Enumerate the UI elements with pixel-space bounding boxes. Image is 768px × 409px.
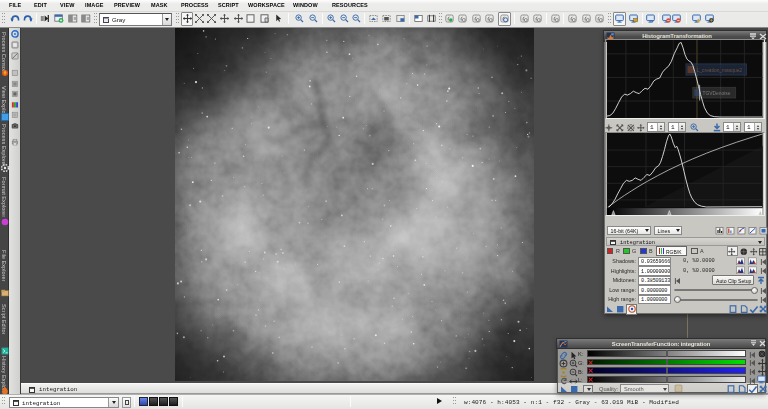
svg-text:Script Editor: Script Editor bbox=[1, 304, 7, 335]
svg-text:File Explorer: File Explorer bbox=[1, 250, 7, 282]
svg-text:Format Explorer: Format Explorer bbox=[1, 177, 7, 217]
svg-text:Process Console: Process Console bbox=[1, 32, 7, 74]
svg-text:L_creation_masque2: L_creation_masque2 bbox=[697, 68, 743, 73]
svg-text:Process Explorer: Process Explorer bbox=[1, 124, 7, 167]
svg-text:TGVDenoise: TGVDenoise bbox=[703, 91, 731, 96]
